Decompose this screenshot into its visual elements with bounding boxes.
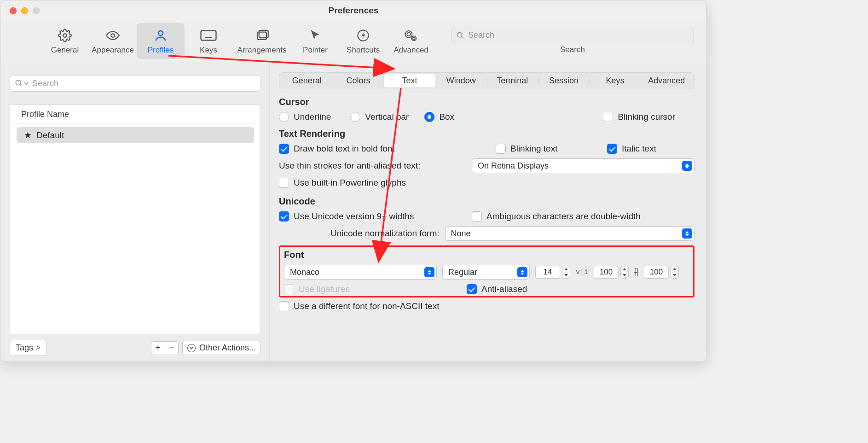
toolbar-shortcuts-label: Shortcuts bbox=[347, 46, 380, 55]
ligatures-option[interactable]: Use ligatures bbox=[284, 284, 350, 294]
checkbox-non-ascii[interactable] bbox=[279, 301, 289, 311]
checkbox-unicode-v9[interactable] bbox=[279, 211, 289, 222]
svg-point-13 bbox=[405, 31, 412, 38]
toolbar-pointer[interactable]: Pointer bbox=[291, 23, 339, 59]
thin-strokes-select[interactable]: On Retina Displays bbox=[472, 158, 694, 173]
checkbox-ambiguous[interactable] bbox=[472, 211, 482, 222]
radio-vertical[interactable] bbox=[350, 112, 360, 122]
profile-search-field[interactable] bbox=[10, 75, 261, 92]
toolbar-search-label: Search bbox=[560, 45, 585, 54]
toolbar-arrangements[interactable]: Arrangements bbox=[232, 23, 291, 59]
hspacing-stepper[interactable] bbox=[620, 266, 629, 279]
svg-rect-3 bbox=[201, 30, 216, 40]
add-remove-group: + − bbox=[151, 341, 179, 355]
toolbar-general[interactable]: General bbox=[41, 23, 89, 59]
hspacing-field[interactable] bbox=[594, 266, 629, 279]
checkbox-anti-aliased[interactable] bbox=[467, 284, 477, 294]
blinking-text-option[interactable]: Blinking text bbox=[496, 144, 602, 154]
checkbox-ligatures[interactable] bbox=[284, 284, 294, 294]
toolbar-search-input[interactable] bbox=[468, 30, 689, 40]
italic-text-option[interactable]: Italic text bbox=[607, 144, 694, 154]
toolbar-search-field[interactable] bbox=[451, 28, 694, 43]
person-icon bbox=[154, 27, 168, 44]
titlebar: Preferences bbox=[0, 0, 706, 21]
label-powerline: Use built-in Powerline glyphs bbox=[294, 178, 406, 188]
blinking-cursor-option[interactable]: Blinking cursor bbox=[603, 112, 675, 122]
font-size-field[interactable] bbox=[535, 266, 570, 279]
checkbox-blinking-cursor[interactable] bbox=[603, 112, 613, 122]
font-weight-select[interactable]: Regular bbox=[442, 265, 530, 280]
vspacing-field[interactable] bbox=[644, 266, 679, 279]
font-size-stepper[interactable] bbox=[562, 266, 570, 279]
toolbar: General Appearance Profiles Keys Arrange… bbox=[0, 21, 706, 61]
powerline-option[interactable]: Use built-in Powerline glyphs bbox=[279, 178, 406, 188]
tab-window[interactable]: Window bbox=[435, 74, 487, 87]
tab-advanced[interactable]: Advanced bbox=[641, 74, 692, 87]
tab-colors[interactable]: Colors bbox=[333, 74, 384, 87]
vspacing-input[interactable] bbox=[644, 266, 669, 279]
ambiguous-option[interactable]: Ambiguous characters are double-width bbox=[472, 211, 694, 222]
norm-select[interactable]: None bbox=[445, 226, 694, 241]
toolbar-keys[interactable]: Keys bbox=[185, 23, 232, 59]
label-italic: Italic text bbox=[622, 144, 656, 154]
remove-profile-button[interactable]: − bbox=[165, 341, 179, 355]
font-family-select[interactable]: Monaco bbox=[284, 265, 437, 280]
font-size-input[interactable] bbox=[535, 266, 560, 279]
profile-list: Profile Name ★ Default bbox=[10, 105, 261, 334]
cursor-underline-option[interactable]: Underline bbox=[279, 112, 331, 122]
preferences-window: Preferences General Appearance Profiles bbox=[0, 0, 707, 362]
dropdown-caret-icon bbox=[24, 79, 29, 87]
label-non-ascii: Use a different font for non-ASCII text bbox=[294, 301, 439, 311]
hspacing-input[interactable] bbox=[594, 266, 619, 279]
label-box: Box bbox=[439, 112, 454, 122]
cursor-vertical-option[interactable]: Vertical bar bbox=[350, 112, 409, 122]
svg-point-14 bbox=[413, 37, 415, 39]
label-bold: Draw bold text in bold font bbox=[294, 144, 395, 154]
tab-session[interactable]: Session bbox=[538, 74, 590, 87]
search-icon bbox=[15, 79, 23, 87]
other-actions-select[interactable]: Other Actions... bbox=[182, 341, 261, 355]
checkbox-blinking-text[interactable] bbox=[496, 144, 506, 154]
toolbar-appearance[interactable]: Appearance bbox=[89, 23, 137, 59]
tags-button[interactable]: Tags > bbox=[10, 340, 46, 356]
norm-label: Unicode normalization form: bbox=[330, 228, 440, 239]
add-profile-button[interactable]: + bbox=[151, 341, 165, 355]
svg-point-16 bbox=[457, 32, 462, 37]
search-icon bbox=[456, 31, 464, 40]
font-section-highlight: Font Monaco Regular v|i bbox=[279, 245, 694, 297]
svg-line-19 bbox=[20, 84, 22, 86]
section-unicode-title: Unicode bbox=[279, 196, 694, 207]
unicode-v9-option[interactable]: Use Unicode version 9+ widths bbox=[279, 211, 414, 222]
checkbox-powerline[interactable] bbox=[279, 178, 289, 188]
right-panel: General Colors Text Window Terminal Sess… bbox=[269, 61, 706, 361]
toolbar-advanced[interactable]: Advanced bbox=[387, 23, 435, 59]
thin-strokes-value: On Retina Displays bbox=[478, 161, 549, 171]
toolbar-shortcuts[interactable]: Shortcuts bbox=[339, 23, 387, 59]
checkbox-italic[interactable] bbox=[607, 144, 617, 154]
bold-font-option[interactable]: Draw bold text in bold font bbox=[279, 144, 395, 154]
chevrons-icon bbox=[682, 228, 692, 239]
label-ambiguous: Ambiguous characters are double-width bbox=[486, 211, 641, 222]
tab-keys[interactable]: Keys bbox=[590, 74, 641, 87]
profile-row-default[interactable]: ★ Default bbox=[17, 127, 254, 143]
vspacing-stepper[interactable] bbox=[671, 266, 679, 279]
cursor-box-option[interactable]: Box bbox=[424, 112, 454, 122]
vspacing-icon: nn bbox=[634, 268, 638, 277]
tab-general[interactable]: General bbox=[281, 74, 333, 87]
svg-point-18 bbox=[16, 80, 21, 85]
non-ascii-font-option[interactable]: Use a different font for non-ASCII text bbox=[279, 301, 439, 311]
profile-search-input[interactable] bbox=[32, 79, 256, 88]
radio-box[interactable] bbox=[424, 112, 434, 122]
font-weight-value: Regular bbox=[448, 268, 477, 277]
left-panel: Profile Name ★ Default Tags > + − Othe bbox=[0, 61, 269, 361]
tab-terminal[interactable]: Terminal bbox=[487, 74, 538, 87]
toolbar-pointer-label: Pointer bbox=[303, 46, 328, 55]
anti-aliased-option[interactable]: Anti-aliased bbox=[467, 284, 689, 294]
toolbar-profiles[interactable]: Profiles bbox=[137, 23, 185, 59]
checkbox-bold[interactable] bbox=[279, 144, 289, 154]
radio-underline[interactable] bbox=[279, 112, 289, 122]
svg-point-0 bbox=[63, 34, 67, 37]
bolt-icon bbox=[357, 27, 370, 44]
tab-text[interactable]: Text bbox=[384, 74, 435, 87]
svg-point-1 bbox=[111, 34, 115, 37]
